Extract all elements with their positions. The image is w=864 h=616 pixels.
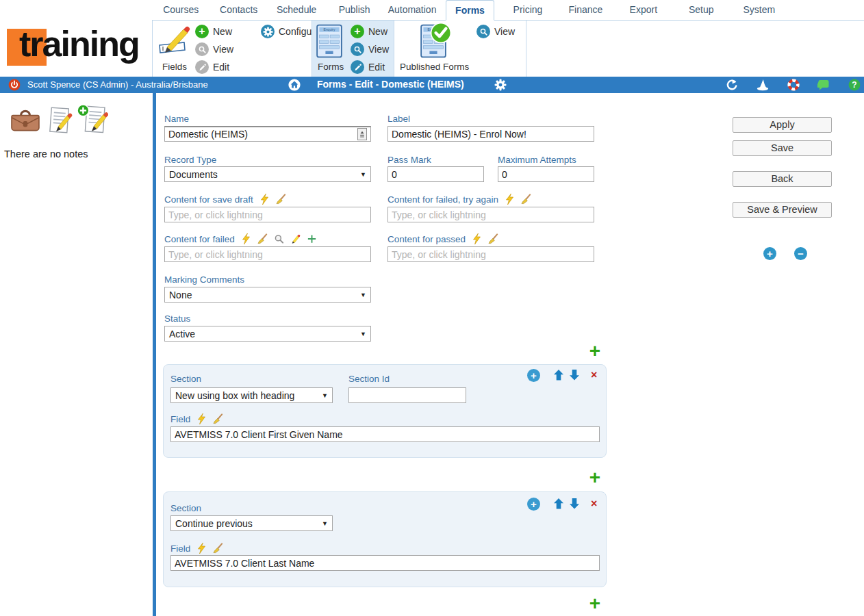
fields-edit-button[interactable]: Edit [195,60,229,74]
lightning-icon[interactable] [196,413,207,424]
note-icon[interactable] [47,107,73,137]
fields-pencil-icon [158,25,192,55]
published-check-icon [430,22,452,44]
brush-icon[interactable] [213,543,223,554]
note-add-icon[interactable] [77,104,108,137]
briefcase-icon[interactable] [11,107,40,136]
content-passed-input[interactable] [387,246,594,262]
magnifier-icon [477,25,490,38]
brush-icon[interactable] [276,194,286,205]
chat-icon[interactable] [817,79,830,91]
zoom-in-button[interactable]: + [763,247,776,260]
pass-mark-label: Pass Mark [387,155,431,165]
content-failed-input[interactable] [164,246,371,262]
lightning-icon[interactable] [241,233,251,244]
add-section-button[interactable]: + [587,470,602,487]
user-info: Scott Spence (CS Admin) - Australia/Bris… [27,79,208,90]
marking-comments-select[interactable]: None ▼ [164,287,371,303]
fields-configure-button[interactable]: Configure [261,25,320,38]
field-input[interactable] [170,426,600,442]
brush-icon[interactable] [257,233,268,244]
logo[interactable]: training [5,26,149,67]
move-up-icon[interactable] [554,498,563,509]
content-passed-label: Content for passed [387,233,498,244]
move-down-icon[interactable] [570,498,579,509]
zoom-out-button[interactable]: − [794,247,807,260]
section-id-input[interactable] [348,387,466,403]
magnifier-icon[interactable] [274,233,284,244]
sidebar-divider [153,93,156,616]
record-type-select[interactable]: Documents ▼ [164,166,371,182]
delete-section-icon[interactable]: × [591,498,597,509]
plus-icon[interactable] [307,233,317,244]
name-field-spinner[interactable] [357,128,367,140]
content-save-draft-input[interactable] [164,207,371,222]
pencil-icon[interactable] [290,233,301,244]
marking-comments-label: Marking Comments [164,274,244,285]
nav-tab-contacts[interactable]: Contacts [209,0,267,21]
lightning-icon[interactable] [472,233,482,244]
fields-view-button[interactable]: View [195,42,233,56]
wizard-hat-icon[interactable] [757,79,769,91]
section-add-icon[interactable]: + [527,498,540,511]
chevron-down-icon: ▼ [360,331,366,337]
name-input[interactable] [164,126,371,142]
section-add-icon[interactable]: + [527,369,540,382]
nav-tab-automation[interactable]: Automation [383,0,441,21]
help-icon[interactable] [848,79,861,91]
move-down-icon[interactable] [570,370,579,381]
lightning-icon[interactable] [505,194,515,205]
brush-icon[interactable] [521,194,531,205]
forms-new-button[interactable]: + New [351,25,387,38]
back-button[interactable]: Back [733,171,832,187]
save-preview-button[interactable]: Save & Preview [733,202,832,218]
content-failed-label: Content for failed [164,233,317,244]
brush-icon[interactable] [213,413,223,424]
forms-view-button[interactable]: View [351,42,389,56]
nav-tab-system[interactable]: System [730,0,788,21]
add-section-button[interactable]: + [587,596,602,613]
nav-tab-export[interactable]: Export [615,0,672,21]
label-input[interactable] [387,126,594,142]
pencil-icon [195,60,209,74]
magnifier-icon [351,42,364,56]
lifebuoy-icon[interactable] [787,79,800,91]
notes-empty-text: There are no notes [4,149,88,159]
status-bar: Scott Spence (CS Admin) - Australia/Bris… [0,77,864,93]
ribbon-toolbar: Fields + New Configure View Edit Forms [152,21,526,77]
published-view-button[interactable]: View [477,25,515,38]
nav-tab-finance[interactable]: Finance [557,0,614,21]
chevron-down-icon: ▼ [322,392,328,399]
max-attempts-input[interactable] [498,166,594,182]
pencil-icon [351,60,364,74]
ribbon-group-forms: Forms + New View Edit [312,21,394,77]
brush-icon[interactable] [488,233,498,244]
apply-button[interactable]: Apply [733,117,832,133]
add-section-button[interactable]: + [587,344,602,360]
ribbon-group-fields: Fields + New Configure View Edit [153,21,312,77]
label-label: Label [387,114,410,124]
gear-icon[interactable] [494,79,507,91]
undo-icon[interactable] [726,79,738,91]
power-icon[interactable] [8,79,21,91]
move-up-icon[interactable] [554,370,563,381]
delete-section-icon[interactable]: × [591,370,597,381]
section-select[interactable]: Continue previous ▼ [170,515,333,531]
field-input[interactable] [170,555,600,571]
fields-new-button[interactable]: + New [195,25,232,38]
nav-tab-forms[interactable]: Forms [441,0,498,21]
lightning-icon[interactable] [196,543,207,554]
section-select[interactable]: New using box with heading ▼ [170,387,333,403]
home-icon[interactable] [288,79,301,91]
nav-tab-setup[interactable]: Setup [672,0,730,21]
content-failed-try-again-input[interactable] [387,207,594,222]
nav-tab-schedule[interactable]: Schedule [268,0,325,21]
lightning-icon[interactable] [259,194,270,205]
nav-tab-pricing[interactable]: Pricing [499,0,557,21]
status-select[interactable]: Active ▼ [164,326,371,342]
nav-tab-publish[interactable]: Publish [325,0,383,21]
nav-tab-courses[interactable]: Courses [152,0,209,21]
save-button[interactable]: Save [733,140,832,156]
pass-mark-input[interactable] [387,166,484,182]
forms-edit-button[interactable]: Edit [351,60,385,74]
